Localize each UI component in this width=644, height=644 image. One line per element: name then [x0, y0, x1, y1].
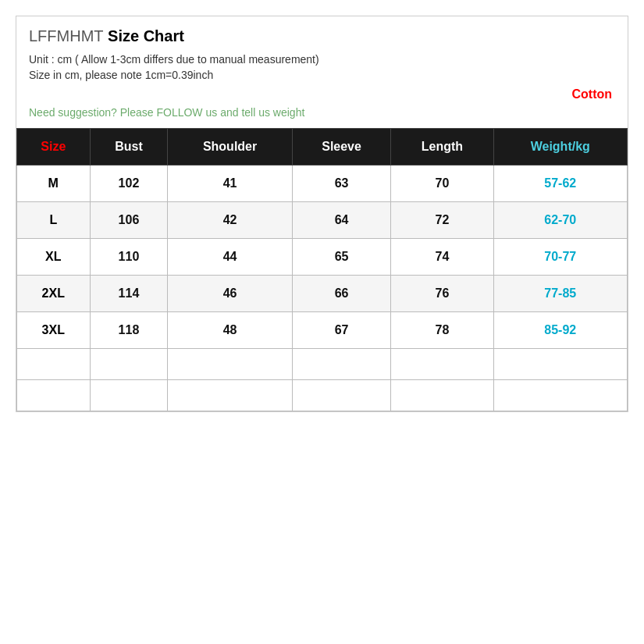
cell-row1-col1: 106 — [90, 202, 168, 239]
brand-name: LFFMHMT — [29, 27, 104, 44]
cell-row0-col1: 102 — [90, 165, 168, 202]
cell-row3-col4: 76 — [391, 276, 493, 312]
cell-row2-col3: 65 — [292, 239, 391, 276]
cell-row0-col3: 63 — [292, 165, 391, 202]
cell-row3-col3: 66 — [292, 276, 391, 312]
cell-row1-col2: 42 — [168, 202, 292, 239]
cell-row0-col2: 41 — [168, 165, 292, 202]
cell-row4-col1: 118 — [90, 312, 168, 349]
col-header-size: Size — [17, 129, 91, 165]
empty-row — [17, 349, 628, 380]
table-row: XL11044657470-77 — [17, 239, 628, 276]
cell-row1-col0: L — [17, 202, 91, 239]
cell-row3-col0: 2XL — [17, 276, 91, 312]
col-header-length: Length — [391, 129, 493, 165]
col-header-shoulder: Shoulder — [168, 129, 292, 165]
suggestion-text: Need suggestion? Please FOLLOW us and te… — [29, 106, 615, 119]
empty-row — [17, 380, 628, 411]
cell-row0-col4: 70 — [391, 165, 493, 202]
cotton-label: Cotton — [29, 87, 615, 101]
cell-row4-col5: 85-92 — [493, 312, 628, 349]
chart-title-main: Size Chart — [104, 27, 184, 44]
table-row: 3XL11848677885-92 — [17, 312, 628, 349]
cell-row2-col5: 70-77 — [493, 239, 628, 276]
size-chart-container: LFFMHMT Size Chart Unit : cm ( Allow 1-3… — [16, 16, 628, 412]
cell-row1-col3: 64 — [292, 202, 391, 239]
col-header-sleeve: Sleeve — [292, 129, 391, 165]
cell-row0-col0: M — [17, 165, 91, 202]
col-header-bust: Bust — [90, 129, 168, 165]
unit-note: Unit : cm ( Allow 1-3cm differs due to m… — [29, 53, 615, 66]
table-section: Size Bust Shoulder Sleeve Length Weight/… — [16, 128, 628, 411]
size-note: Size in cm, please note 1cm=0.39inch — [29, 69, 615, 81]
size-table: Size Bust Shoulder Sleeve Length Weight/… — [16, 128, 628, 411]
table-row: M10241637057-62 — [17, 165, 628, 202]
header-section: LFFMHMT Size Chart Unit : cm ( Allow 1-3… — [16, 16, 628, 128]
cell-row2-col4: 74 — [391, 239, 493, 276]
cell-row3-col2: 46 — [168, 276, 292, 312]
cell-row4-col0: 3XL — [17, 312, 91, 349]
cell-row3-col5: 77-85 — [493, 276, 628, 312]
cell-row1-col4: 72 — [391, 202, 493, 239]
table-row: L10642647262-70 — [17, 202, 628, 239]
col-header-weight: Weight/kg — [493, 129, 628, 165]
cell-row0-col5: 57-62 — [493, 165, 628, 202]
cell-row4-col4: 78 — [391, 312, 493, 349]
chart-title: LFFMHMT Size Chart — [29, 27, 615, 45]
table-row: 2XL11446667677-85 — [17, 276, 628, 312]
cell-row2-col2: 44 — [168, 239, 292, 276]
table-header-row: Size Bust Shoulder Sleeve Length Weight/… — [17, 129, 628, 165]
cell-row2-col0: XL — [17, 239, 91, 276]
cell-row2-col1: 110 — [90, 239, 168, 276]
cell-row1-col5: 62-70 — [493, 202, 628, 239]
cell-row4-col3: 67 — [292, 312, 391, 349]
cell-row3-col1: 114 — [90, 276, 168, 312]
cell-row4-col2: 48 — [168, 312, 292, 349]
